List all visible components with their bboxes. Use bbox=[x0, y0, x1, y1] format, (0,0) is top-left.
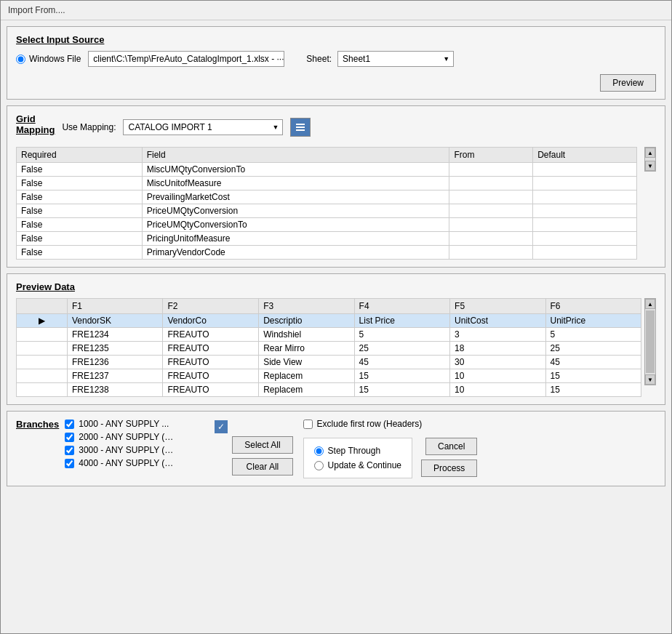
table-row[interactable]: ▶ VendorSK VendorCo Descriptio List Pric… bbox=[17, 314, 641, 328]
cell-f4: 25 bbox=[354, 342, 449, 356]
scroll-down-arrow[interactable]: ▼ bbox=[645, 161, 655, 171]
table-row[interactable]: False MiscUMQtyConversionTo bbox=[17, 163, 637, 177]
table-row[interactable]: False PrevailingMarketCost bbox=[17, 190, 637, 204]
clear-all-button[interactable]: Clear All bbox=[232, 458, 292, 476]
cell-default bbox=[533, 232, 637, 246]
preview-btn-row: Preview bbox=[16, 74, 656, 92]
cell-f1: FRE1238 bbox=[68, 383, 163, 397]
cell-from bbox=[449, 204, 533, 218]
cell-field: MiscUnitofMeasure bbox=[142, 177, 449, 190]
preview-scroll-up[interactable]: ▲ bbox=[645, 299, 655, 309]
branches-all-checkbox[interactable]: ✓ bbox=[215, 420, 228, 433]
row-arrow-cell: ▶ bbox=[17, 314, 68, 328]
cell-default bbox=[533, 163, 637, 177]
branches-title: Branches bbox=[16, 419, 59, 430]
table-row[interactable]: False PriceUMQtyConversion bbox=[17, 204, 637, 218]
col-required: Required bbox=[17, 148, 143, 163]
branch-item: 3000 - ANY SUPPLY (… bbox=[65, 445, 210, 455]
table-row[interactable]: FRE1235 FREAUTO Rear Mirro 25 18 25 bbox=[17, 342, 641, 356]
preview-table: F1 F2 F3 F4 F5 F6 ▶ VendorSK VendorCo De… bbox=[16, 298, 641, 397]
branch-checkbox-2[interactable] bbox=[65, 446, 74, 455]
branch-checkbox-3[interactable] bbox=[65, 459, 74, 468]
col-f5: F5 bbox=[450, 299, 545, 314]
sheet-select[interactable]: Sheet1 bbox=[337, 51, 454, 67]
step-through-option[interactable]: Step Through bbox=[314, 446, 401, 456]
cell-f5: 10 bbox=[450, 383, 545, 397]
table-row[interactable]: FRE1236 FREAUTO Side View 45 30 45 bbox=[17, 356, 641, 369]
cell-f6: 25 bbox=[545, 342, 641, 356]
cell-f2: FREAUTO bbox=[163, 383, 259, 397]
mapping-select[interactable]: CATALOG IMPORT 1 bbox=[123, 119, 283, 135]
update-continue-label: Update & Continue bbox=[328, 460, 401, 470]
preview-scroll-down[interactable]: ▼ bbox=[645, 374, 655, 385]
table-row[interactable]: False PricingUnitofMeasure bbox=[17, 232, 637, 246]
grid-mapping-scrollbar[interactable]: ▲ ▼ bbox=[644, 147, 656, 172]
table-row[interactable]: FRE1237 FREAUTO Replacem 15 10 15 bbox=[17, 369, 641, 383]
preview-button[interactable]: Preview bbox=[600, 74, 656, 92]
cell-f1: VendorSK bbox=[68, 314, 163, 328]
cell-f6: UnitPrice bbox=[545, 314, 641, 328]
grid-mapping-header: Grid Mapping Use Mapping: CATALOG IMPORT… bbox=[16, 113, 656, 141]
cancel-button[interactable]: Cancel bbox=[425, 438, 477, 455]
scroll-up-arrow[interactable]: ▲ bbox=[645, 148, 655, 158]
cell-f3: Descriptio bbox=[259, 314, 354, 328]
branch-label-2: 3000 - ANY SUPPLY (… bbox=[79, 445, 173, 455]
col-f1: F1 bbox=[68, 299, 163, 314]
cell-field: PriceUMQtyConversionTo bbox=[142, 218, 449, 232]
row-arrow-cell bbox=[17, 383, 68, 397]
sheet-select-wrapper: Sheet1 bbox=[337, 51, 454, 67]
grid-edit-icon-button[interactable] bbox=[290, 118, 311, 137]
cell-f1: FRE1237 bbox=[68, 369, 163, 383]
branch-label-3: 4000 - ANY SUPPLY (… bbox=[79, 458, 173, 468]
process-button[interactable]: Process bbox=[421, 460, 477, 477]
use-mapping-label: Use Mapping: bbox=[62, 122, 116, 132]
cell-required: False bbox=[17, 190, 143, 204]
step-through-radio[interactable] bbox=[314, 446, 324, 456]
update-continue-radio[interactable] bbox=[314, 461, 324, 470]
cell-default bbox=[533, 204, 637, 218]
cell-default bbox=[533, 218, 637, 232]
col-arrow bbox=[17, 299, 68, 314]
cell-from bbox=[449, 177, 533, 190]
branches-list: 1000 - ANY SUPPLY ...2000 - ANY SUPPLY (… bbox=[65, 419, 210, 468]
preview-scroll-thumb[interactable] bbox=[646, 310, 655, 373]
table-row[interactable]: FRE1238 FREAUTO Replacem 15 10 15 bbox=[17, 383, 641, 397]
branch-checkbox-0[interactable] bbox=[65, 420, 74, 429]
process-mode-options: Step Through Update & Continue bbox=[303, 438, 412, 478]
cell-f3: Replacem bbox=[259, 369, 354, 383]
cell-f2: FREAUTO bbox=[163, 342, 259, 356]
cell-from bbox=[449, 163, 533, 177]
cell-default bbox=[533, 246, 637, 260]
cell-f3: Windshiel bbox=[259, 328, 354, 342]
windows-file-radio-label[interactable]: Windows File bbox=[16, 54, 81, 64]
title-bar: Import From.... bbox=[1, 1, 671, 20]
col-f2: F2 bbox=[163, 299, 259, 314]
step-through-label: Step Through bbox=[328, 446, 381, 456]
cell-f3: Replacem bbox=[259, 383, 354, 397]
cell-f2: FREAUTO bbox=[163, 369, 259, 383]
table-row[interactable]: False PrimaryVendorCode bbox=[17, 246, 637, 260]
cell-f3: Rear Mirro bbox=[259, 342, 354, 356]
row-arrow-cell bbox=[17, 369, 68, 383]
table-row[interactable]: False PriceUMQtyConversionTo bbox=[17, 218, 637, 232]
exclude-headers-label: Exclude first row (Headers) bbox=[317, 419, 423, 429]
update-continue-option[interactable]: Update & Continue bbox=[314, 460, 401, 470]
branch-checkbox-1[interactable] bbox=[65, 433, 74, 442]
select-all-button[interactable]: Select All bbox=[232, 436, 292, 454]
preview-scrollbar[interactable]: ▲ ▼ bbox=[644, 298, 656, 385]
cell-f4: 45 bbox=[354, 356, 449, 369]
cell-f6: 45 bbox=[545, 356, 641, 369]
branches-section: Branches 1000 - ANY SUPPLY ...2000 - ANY… bbox=[7, 411, 665, 486]
branch-label-1: 2000 - ANY SUPPLY (… bbox=[79, 432, 173, 442]
col-default: Default bbox=[533, 148, 637, 163]
branch-item: 2000 - ANY SUPPLY (… bbox=[65, 432, 210, 442]
exclude-headers-checkbox[interactable] bbox=[303, 420, 313, 429]
exclude-row: Exclude first row (Headers) bbox=[303, 419, 656, 429]
select-clear-buttons: Select All Clear All bbox=[232, 419, 292, 476]
table-row[interactable]: False MiscUnitofMeasure bbox=[17, 177, 637, 190]
table-row[interactable]: FRE1234 FREAUTO Windshiel 5 3 5 bbox=[17, 328, 641, 342]
windows-file-radio[interactable] bbox=[16, 55, 25, 64]
row-arrow-cell bbox=[17, 356, 68, 369]
cell-f5: 30 bbox=[450, 356, 545, 369]
cell-default bbox=[533, 190, 637, 204]
